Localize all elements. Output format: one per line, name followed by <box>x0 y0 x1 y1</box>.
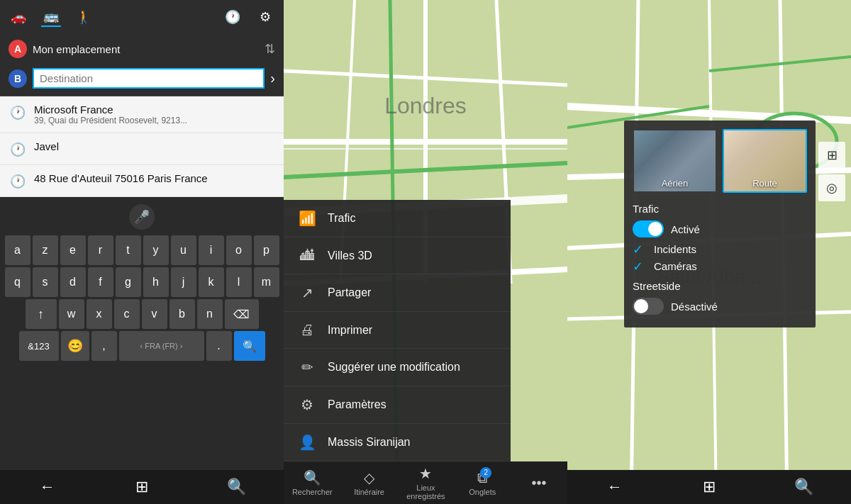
key-g[interactable]: g <box>116 267 141 297</box>
key-t[interactable]: t <box>116 235 141 265</box>
nav-more[interactable]: ••• <box>519 475 559 491</box>
menu-parametres-label: Paramètres <box>328 398 386 411</box>
keyboard-row-2: q s d f g h j k l m <box>4 267 279 297</box>
panel-navigation: 🚗 🚌 🚶 🕐 ⚙ A Mon emplacement ⇅ B › 🕐 Micr… <box>0 0 284 504</box>
destination-input[interactable] <box>33 68 265 89</box>
key-comma[interactable]: , <box>91 331 117 361</box>
key-q[interactable]: q <box>5 267 30 297</box>
trafic-title: Trafic <box>633 203 807 215</box>
suggestion-main-2: Javel <box>34 140 59 152</box>
menu-villes3d[interactable]: 🏙 Villes 3D <box>284 237 511 274</box>
menu-parametres[interactable]: ⚙ Paramètres <box>284 386 511 424</box>
key-search[interactable]: 🔍 <box>234 331 265 361</box>
trafic-toggle[interactable] <box>633 220 664 237</box>
nav-lieux[interactable]: ★ Lieux enregistrés <box>406 465 445 500</box>
key-numswitch[interactable]: &123 <box>19 331 59 361</box>
menu-trafic-label: Trafic <box>328 212 355 225</box>
key-h[interactable]: h <box>143 267 169 297</box>
user-icon: 👤 <box>298 434 316 451</box>
menu-trafic[interactable]: 📶 Trafic <box>284 200 511 237</box>
key-period[interactable]: . <box>206 331 232 361</box>
cameras-row: ✓ Caméras <box>633 259 807 273</box>
nav-car-icon[interactable]: 🚗 <box>9 7 28 27</box>
nav-bus-icon[interactable]: 🚌 <box>41 7 61 27</box>
suggestion-main-1: Microsoft France <box>34 103 187 116</box>
destination-row: B › <box>0 64 284 96</box>
key-shift[interactable]: ↑ <box>26 299 57 329</box>
history-icon-1: 🕐 <box>10 105 26 121</box>
key-r[interactable]: r <box>88 235 113 265</box>
key-x[interactable]: x <box>87 299 112 329</box>
back-button-p1[interactable]: ← <box>30 470 65 504</box>
swap-icon[interactable]: ⇅ <box>265 41 275 57</box>
map-thumb-aerial[interactable]: Aérien <box>633 129 717 193</box>
streetside-toggle[interactable] <box>633 298 664 315</box>
go-arrow-icon[interactable]: › <box>270 70 275 86</box>
system-bar-p3: ← ⊞ 🔍 <box>567 470 851 504</box>
key-a[interactable]: a <box>5 235 30 265</box>
key-p[interactable]: p <box>254 235 279 265</box>
trafic-toggle-label: Activé <box>671 223 700 235</box>
home-button-p3[interactable]: ⊞ <box>692 470 726 504</box>
key-f[interactable]: f <box>88 267 113 297</box>
key-d[interactable]: d <box>60 267 86 297</box>
key-m[interactable]: m <box>254 267 279 297</box>
itineraire-icon: ◇ <box>364 469 374 486</box>
parametres-icon: ⚙ <box>298 396 316 413</box>
menu-imprimer[interactable]: 🖨 Imprimer <box>284 312 511 349</box>
key-e[interactable]: e <box>60 235 86 265</box>
key-y[interactable]: y <box>143 235 169 265</box>
home-button-p1[interactable]: ⊞ <box>125 470 159 504</box>
location-button[interactable]: ◎ <box>818 174 845 201</box>
nav-clock-icon[interactable]: 🕐 <box>223 7 243 27</box>
search-button-p1[interactable]: 🔍 <box>219 470 253 504</box>
suggestions-list: 🕐 Microsoft France 39, Quai du Président… <box>0 96 284 197</box>
key-k[interactable]: k <box>199 267 224 297</box>
trafic-toggle-knob <box>648 222 662 236</box>
panel-map-menu: Londres 📶 Trafic 🏙 Villes 3D ↗ Partager … <box>284 0 567 504</box>
origin-badge: A <box>9 40 27 58</box>
key-c[interactable]: c <box>114 299 140 329</box>
suggestion-text-3: 48 Rue d'Auteuil 75016 Paris France <box>34 172 208 184</box>
key-i[interactable]: i <box>199 235 224 265</box>
incidents-label: Incidents <box>654 243 696 255</box>
key-v[interactable]: v <box>142 299 167 329</box>
back-button-p3[interactable]: ← <box>598 470 632 504</box>
menu-massis[interactable]: 👤 Massis Siranijan <box>284 424 511 461</box>
topbar-p1: 🚗 🚌 🚶 🕐 ⚙ <box>0 0 284 34</box>
keyboard-row-1: a z e r t y u i o p <box>4 235 279 265</box>
nav-rechercher[interactable]: 🔍 Rechercher <box>292 469 333 496</box>
menu-partager[interactable]: ↗ Partager <box>284 274 511 312</box>
svg-text:Londres: Londres <box>384 93 467 118</box>
key-o[interactable]: o <box>226 235 252 265</box>
key-b[interactable]: b <box>169 299 195 329</box>
suggestion-main-3: 48 Rue d'Auteuil 75016 Paris France <box>34 172 208 184</box>
layers-button[interactable]: ⊞ <box>818 142 845 169</box>
suggestion-javel[interactable]: 🕐 Javel <box>0 133 284 165</box>
suggestion-auteuil[interactable]: 🕐 48 Rue d'Auteuil 75016 Paris France <box>0 165 284 197</box>
nav-walk-icon[interactable]: 🚶 <box>74 7 94 27</box>
key-z[interactable]: z <box>33 235 58 265</box>
key-l[interactable]: l <box>226 267 252 297</box>
key-w[interactable]: w <box>59 299 84 329</box>
nav-itineraire[interactable]: ◇ Itinéraire <box>350 469 389 496</box>
search-button-p3[interactable]: 🔍 <box>786 470 821 504</box>
incidents-row: ✓ Incidents <box>633 242 807 256</box>
key-n[interactable]: n <box>197 299 223 329</box>
map-thumb-route[interactable]: Route <box>723 129 807 193</box>
streetside-title: Streetside <box>633 280 807 292</box>
suggestion-microsoft[interactable]: 🕐 Microsoft France 39, Quai du Président… <box>0 96 284 133</box>
key-space[interactable]: ‹ FRA (FR) › <box>119 331 204 361</box>
key-backspace[interactable]: ⌫ <box>225 299 259 329</box>
key-s[interactable]: s <box>33 267 58 297</box>
key-emoji[interactable]: 😊 <box>61 331 89 361</box>
streetside-toggle-label: Désactivé <box>671 301 718 313</box>
key-j[interactable]: j <box>171 267 196 297</box>
menu-suggerer[interactable]: ✏ Suggérer une modification <box>284 349 511 386</box>
map-type-thumbnails: Aérien Route <box>633 129 807 193</box>
nav-onglets[interactable]: ⧉ 2 Onglets <box>462 470 502 496</box>
incidents-check-icon: ✓ <box>633 242 647 256</box>
key-u[interactable]: u <box>171 235 196 265</box>
nav-settings-icon[interactable]: ⚙ <box>255 7 275 27</box>
mic-button[interactable]: 🎤 <box>129 204 155 230</box>
